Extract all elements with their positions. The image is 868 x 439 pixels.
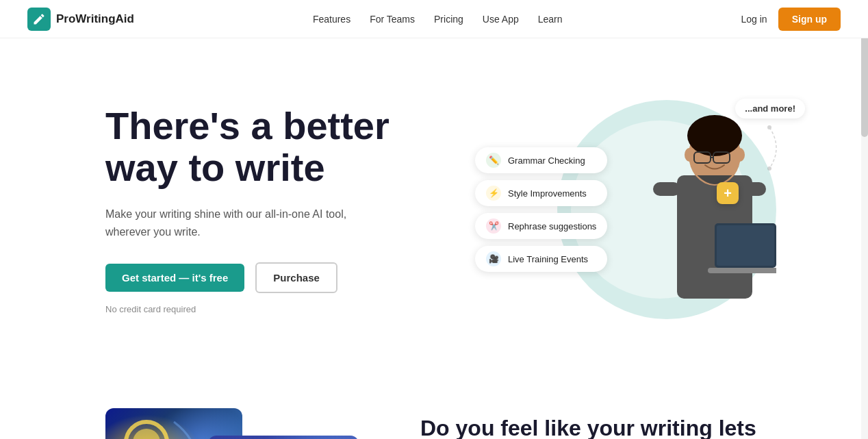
brand-name: ProWritingAid bbox=[56, 12, 134, 26]
svg-rect-12 bbox=[708, 268, 776, 273]
brand-logo-link[interactable]: ProWritingAid bbox=[27, 8, 134, 31]
nav-actions: Log in Sign up bbox=[741, 8, 841, 31]
login-button[interactable]: Log in bbox=[741, 14, 767, 25]
section2-left: My idea in my head bbox=[105, 408, 366, 439]
blue-swirls-svg bbox=[208, 436, 359, 439]
pill-rephrase-label: Rephrase suggestions bbox=[508, 221, 596, 231]
purchase-button[interactable]: Purchase bbox=[255, 262, 337, 293]
section2: My idea in my head Do you feel like your… bbox=[0, 367, 868, 439]
hero-left: There's a better way to write Make your … bbox=[105, 105, 434, 314]
painting-card-1 bbox=[105, 408, 242, 439]
painting-card-2 bbox=[208, 436, 359, 439]
style-icon: ⚡ bbox=[486, 186, 501, 201]
nav-learn[interactable]: Learn bbox=[538, 14, 563, 25]
section2-title: Do you feel like your writing lets you d… bbox=[420, 415, 763, 439]
no-credit-card-text: No credit card required bbox=[105, 304, 434, 314]
swirls-svg bbox=[105, 408, 242, 439]
nav-features[interactable]: Features bbox=[313, 14, 350, 25]
pill-style-label: Style Improvements bbox=[508, 188, 587, 199]
nav-links: Features For Teams Pricing Use App Learn bbox=[313, 14, 563, 25]
painting-swirls bbox=[105, 408, 242, 439]
navbar: ProWritingAid Features For Teams Pricing… bbox=[0, 0, 868, 38]
svg-rect-9 bbox=[735, 182, 766, 196]
pill-rephrase: ✂️ Rephrase suggestions bbox=[475, 213, 607, 239]
more-bubble: ...and more! bbox=[735, 99, 805, 118]
svg-rect-11 bbox=[717, 225, 774, 266]
nav-use-app[interactable]: Use App bbox=[483, 14, 519, 25]
blue-swirls bbox=[208, 436, 359, 439]
section2-right: Do you feel like your writing lets you d… bbox=[420, 408, 763, 439]
hero-right: ✏️ Grammar Checking ⚡ Style Improvements… bbox=[461, 79, 817, 340]
plus-badge: + bbox=[717, 182, 739, 204]
hero-buttons: Get started — it's free Purchase bbox=[105, 262, 434, 293]
scrollbar[interactable] bbox=[861, 0, 868, 439]
svg-point-13 bbox=[767, 125, 771, 129]
svg-rect-8 bbox=[653, 182, 680, 196]
hero-section: There's a better way to write Make your … bbox=[0, 38, 868, 367]
pill-training-label: Live Training Events bbox=[508, 254, 588, 264]
pill-grammar: ✏️ Grammar Checking bbox=[475, 147, 607, 173]
pill-grammar-label: Grammar Checking bbox=[508, 155, 585, 166]
nav-pricing[interactable]: Pricing bbox=[434, 14, 463, 25]
nav-for-teams[interactable]: For Teams bbox=[370, 14, 415, 25]
grammar-icon: ✏️ bbox=[486, 153, 501, 168]
logo-icon bbox=[27, 8, 51, 31]
hero-subtitle: Make your writing shine with our all-in-… bbox=[105, 205, 366, 240]
svg-point-3 bbox=[685, 148, 694, 162]
svg-point-16 bbox=[133, 429, 160, 439]
get-started-button[interactable]: Get started — it's free bbox=[105, 264, 244, 292]
rephrase-icon: ✂️ bbox=[486, 218, 501, 234]
section2-images: My idea in my head bbox=[105, 408, 366, 439]
signup-button[interactable]: Sign up bbox=[778, 8, 841, 31]
svg-point-14 bbox=[767, 166, 771, 171]
decoration-curve bbox=[728, 121, 783, 175]
pill-style: ⚡ Style Improvements bbox=[475, 180, 607, 206]
hero-title: There's a better way to write bbox=[105, 105, 434, 189]
feature-pills: ✏️ Grammar Checking ⚡ Style Improvements… bbox=[475, 147, 607, 272]
pill-training: 🎥 Live Training Events bbox=[475, 246, 607, 272]
training-icon: 🎥 bbox=[486, 251, 501, 266]
